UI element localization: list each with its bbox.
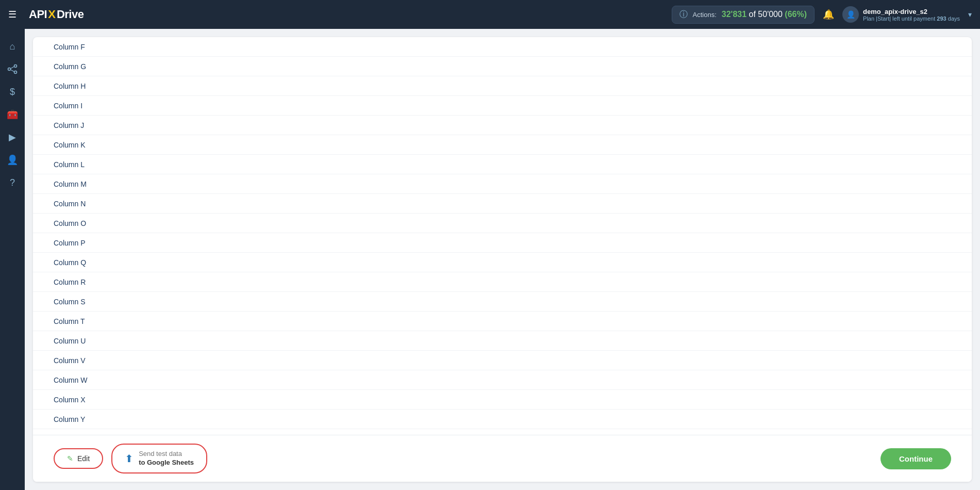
send-test-line1: Send test data — [139, 450, 182, 459]
svg-point-1 — [14, 65, 17, 68]
list-item: Column X — [33, 390, 972, 410]
column-label: Column O — [54, 219, 86, 227]
column-label: Column R — [54, 278, 86, 286]
column-label: Column F — [54, 43, 85, 51]
list-item: Column W — [33, 370, 972, 390]
edit-label: Edit — [77, 454, 90, 463]
column-label: Column S — [54, 298, 85, 306]
svg-line-4 — [11, 70, 14, 72]
logo-api: API — [29, 8, 47, 21]
list-item: Column H — [33, 76, 972, 96]
list-item: Column V — [33, 351, 972, 370]
sidebar: ⌂ $ 🧰 ▶ 👤 ? — [0, 29, 25, 490]
user-section[interactable]: 👤 demo_apix-drive_s2 Plan |Start| left u… — [842, 6, 960, 23]
hamburger-icon[interactable]: ☰ — [8, 9, 16, 20]
info-icon: ⓘ — [679, 9, 688, 20]
list-item: Column Z — [33, 429, 972, 435]
edit-icon: ✎ — [67, 454, 73, 463]
sidebar-item-media[interactable]: ▶ — [3, 128, 22, 146]
column-label: Column U — [54, 337, 86, 345]
column-label: Column T — [54, 317, 85, 325]
column-label: Column V — [54, 356, 85, 365]
sidebar-item-tools[interactable]: 🧰 — [3, 105, 22, 124]
edit-button[interactable]: ✎ Edit — [54, 448, 103, 469]
topnav-right: 🔔 👤 demo_apix-drive_s2 Plan |Start| left… — [823, 6, 972, 23]
topnav: ☰ API X Drive ⓘ Actions: 32'831 of 50'00… — [0, 0, 980, 29]
column-label: Column N — [54, 200, 86, 208]
main-card: Column FColumn GColumn HColumn IColumn J… — [33, 37, 972, 482]
column-label: Column I — [54, 102, 82, 110]
list-item: Column Y — [33, 410, 972, 429]
list-item: Column O — [33, 214, 972, 233]
list-item: Column I — [33, 96, 972, 116]
column-label: Column L — [54, 160, 85, 169]
action-bar: ✎ Edit ⬆ Send test data to Google Sheets… — [33, 435, 972, 482]
column-label: Column H — [54, 82, 86, 90]
list-item: Column L — [33, 155, 972, 174]
upload-icon: ⬆ — [125, 452, 134, 465]
actions-of: of — [749, 10, 758, 19]
column-label: Column J — [54, 121, 84, 129]
send-test-text: Send test data to Google Sheets — [139, 450, 194, 467]
column-label: Column K — [54, 141, 85, 149]
list-item: Column G — [33, 57, 972, 76]
column-label: Column W — [54, 376, 87, 384]
logo: API X Drive — [29, 8, 84, 21]
list-item: Column P — [33, 233, 972, 253]
actions-percent: (66%) — [785, 10, 807, 19]
logo-x: X — [48, 8, 56, 21]
list-item: Column U — [33, 331, 972, 351]
list-item: Column R — [33, 272, 972, 292]
sidebar-item-connections[interactable] — [3, 60, 22, 78]
list-item: Column S — [33, 292, 972, 312]
sidebar-item-billing[interactable]: $ — [3, 83, 22, 101]
sidebar-item-home[interactable]: ⌂ — [3, 37, 22, 56]
send-test-line2: to Google Sheets — [139, 459, 194, 467]
svg-line-3 — [11, 67, 14, 69]
column-label: Column G — [54, 62, 86, 71]
username: demo_apix-drive_s2 — [863, 8, 960, 15]
sidebar-item-help[interactable]: ? — [3, 173, 22, 192]
sidebar-item-account[interactable]: 👤 — [3, 151, 22, 169]
list-item: Column F — [33, 37, 972, 57]
user-info: demo_apix-drive_s2 Plan |Start| left unt… — [863, 8, 960, 22]
avatar: 👤 — [842, 6, 859, 23]
list-item: Column Q — [33, 253, 972, 272]
svg-point-0 — [8, 68, 11, 71]
column-label: Column M — [54, 180, 87, 188]
list-item: Column M — [33, 174, 972, 194]
continue-button[interactable]: Continue — [881, 448, 951, 469]
actions-label: Actions: — [693, 11, 717, 19]
column-label: Column X — [54, 396, 85, 404]
actions-stats: 32'831 of 50'000 (66%) — [722, 10, 807, 19]
bell-icon[interactable]: 🔔 — [823, 9, 834, 20]
column-list: Column FColumn GColumn HColumn IColumn J… — [33, 37, 972, 435]
list-item: Column K — [33, 135, 972, 155]
column-label: Column Y — [54, 415, 85, 423]
chevron-down-icon[interactable]: ▾ — [968, 10, 972, 19]
content-area: Column FColumn GColumn HColumn IColumn J… — [25, 29, 980, 490]
list-item: Column T — [33, 312, 972, 331]
list-item: Column N — [33, 194, 972, 214]
main-layout: ⌂ $ 🧰 ▶ 👤 ? Column FColumn GColumn HColu… — [0, 29, 980, 490]
column-label: Column Q — [54, 258, 86, 267]
actions-count: 32'831 — [722, 10, 746, 19]
send-test-button[interactable]: ⬆ Send test data to Google Sheets — [111, 444, 207, 473]
svg-point-2 — [14, 71, 17, 74]
list-item: Column J — [33, 116, 972, 135]
column-label: Column P — [54, 239, 85, 247]
logo-drive: Drive — [57, 8, 84, 21]
user-plan: Plan |Start| left until payment 293 days — [863, 15, 960, 22]
actions-badge: ⓘ Actions: 32'831 of 50'000 (66%) — [672, 6, 815, 24]
actions-total: 50'000 — [758, 10, 783, 19]
